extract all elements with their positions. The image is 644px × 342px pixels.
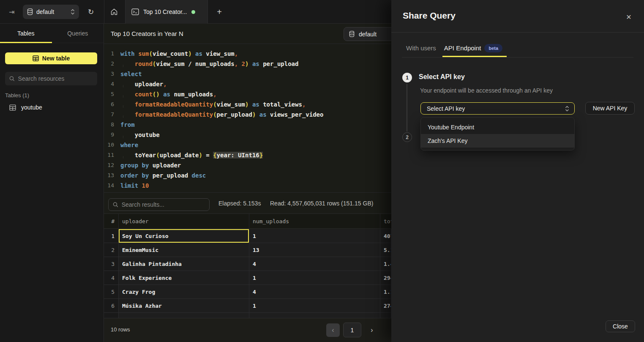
num-uploads-cell[interactable]: 1 bbox=[249, 299, 380, 313]
tables-section-label: Tables (1) bbox=[5, 92, 29, 98]
total-views-cell[interactable]: 1.1 bbox=[380, 285, 391, 299]
active-tab-underline bbox=[442, 56, 507, 57]
home-icon[interactable] bbox=[109, 7, 119, 16]
results-search-input[interactable] bbox=[122, 201, 205, 208]
panel-divider bbox=[391, 32, 644, 33]
code-line: 1with sum(view_count) as view_sum, bbox=[104, 49, 391, 59]
table-row: 4Folk Experience1294 bbox=[104, 271, 391, 285]
total-views-cell[interactable]: 294 bbox=[380, 271, 391, 285]
sidebar: Tables Queries New table Tables (1) yout… bbox=[0, 24, 104, 342]
code-line: 13order by per_upload desc bbox=[104, 170, 391, 181]
line-number: 2 bbox=[104, 59, 114, 69]
code-line: 12group by uploader bbox=[104, 160, 391, 170]
new-table-button[interactable]: New table bbox=[5, 52, 97, 64]
query-tab[interactable]: Top 10 Creator... bbox=[125, 0, 208, 24]
api-key-menu-item[interactable]: Youtube Endpoint bbox=[421, 120, 574, 134]
unsaved-changes-dot bbox=[191, 10, 195, 14]
uploader-cell[interactable]: Folk Experience bbox=[119, 271, 249, 285]
new-tab-button[interactable]: + bbox=[213, 6, 225, 18]
tab-queries[interactable]: Queries bbox=[52, 24, 104, 43]
api-key-select[interactable]: Select API key bbox=[420, 102, 575, 115]
total-views-cell[interactable]: 1.4 bbox=[380, 257, 391, 271]
column-header-num-uploads[interactable]: num_uploads bbox=[249, 214, 380, 228]
total-views-cell[interactable]: 274 bbox=[380, 299, 391, 313]
row-index-cell[interactable]: 4 bbox=[104, 271, 119, 285]
line-number: 12 bbox=[104, 160, 114, 170]
database-icon bbox=[27, 8, 33, 15]
api-key-menu-item[interactable]: Zach's API Key bbox=[421, 134, 574, 148]
column-header-index[interactable]: # bbox=[104, 214, 119, 228]
results-footer: 10 rows ‹ 1 › bbox=[104, 318, 391, 342]
step-connector-line bbox=[407, 84, 407, 131]
code-line: 4uploader, bbox=[104, 79, 391, 89]
line-number: 10 bbox=[104, 140, 114, 150]
console-icon bbox=[131, 8, 139, 15]
beta-badge: beta bbox=[484, 44, 502, 52]
updown-chevron-icon bbox=[565, 106, 569, 112]
editor-database-selector[interactable]: default bbox=[344, 27, 391, 41]
row-index-cell[interactable]: 5 bbox=[104, 285, 119, 299]
tab-with-users[interactable]: With users bbox=[406, 44, 436, 52]
row-index-cell[interactable]: 1 bbox=[104, 229, 119, 243]
code-line: 6formatReadableQuantity(view_sum) as tot… bbox=[104, 99, 391, 109]
results-grid: 1Soy Un Curioso14072EminemMusic135.13Gal… bbox=[104, 229, 391, 318]
main-content: Top 10 Creators in Year N default 1with … bbox=[104, 24, 391, 342]
row-index-cell[interactable]: 2 bbox=[104, 243, 119, 257]
num-uploads-cell[interactable]: 13 bbox=[249, 243, 380, 257]
code-line: 14limit 10 bbox=[104, 181, 391, 191]
row-index-cell[interactable]: 3 bbox=[104, 257, 119, 271]
num-uploads-cell[interactable]: 1 bbox=[249, 271, 380, 285]
num-uploads-cell[interactable]: 4 bbox=[249, 285, 380, 299]
uploader-cell[interactable]: Crazy Frog bbox=[119, 285, 249, 299]
api-key-menu: Youtube EndpointZach's API Key bbox=[420, 117, 575, 150]
line-number: 1 bbox=[104, 49, 114, 59]
tab-with-users-label: With users bbox=[406, 44, 436, 52]
uploader-cell[interactable]: Músika Azhar bbox=[119, 299, 249, 313]
table-icon bbox=[9, 104, 16, 111]
share-query-panel: Share Query ✕ With users API Endpoint be… bbox=[391, 0, 644, 342]
line-number: 6 bbox=[104, 99, 114, 109]
uploader-cell[interactable]: Galinha Pintadinha bbox=[119, 257, 249, 271]
refresh-icon[interactable]: ↻ bbox=[86, 7, 96, 16]
num-uploads-cell[interactable]: 1 bbox=[249, 229, 380, 243]
tab-api-endpoint-label: API Endpoint bbox=[444, 44, 481, 52]
sidebar-collapse-icon[interactable]: ⇥ bbox=[7, 7, 17, 17]
table-name: youtube bbox=[21, 104, 42, 111]
column-header-total-views[interactable]: tot bbox=[380, 214, 391, 228]
code-line: 8from bbox=[104, 120, 391, 130]
uploader-cell[interactable]: Soy Un Curioso bbox=[119, 229, 249, 243]
line-number: 13 bbox=[104, 170, 114, 181]
tab-api-endpoint[interactable]: API Endpoint beta bbox=[444, 44, 502, 52]
line-number: 7 bbox=[104, 109, 114, 120]
close-icon[interactable]: ✕ bbox=[624, 12, 634, 22]
query-title[interactable]: Top 10 Creators in Year N bbox=[111, 30, 183, 37]
tab-tables[interactable]: Tables bbox=[0, 24, 52, 43]
table-row: 3Galinha Pintadinha41.4 bbox=[104, 257, 391, 271]
column-header-uploader[interactable]: uploader bbox=[119, 214, 249, 228]
search-icon bbox=[9, 76, 15, 82]
close-button[interactable]: Close bbox=[606, 320, 635, 332]
line-number: 8 bbox=[104, 120, 114, 130]
pagination-prev-button[interactable]: ‹ bbox=[326, 323, 340, 337]
results-header: # uploader num_uploads tot bbox=[104, 213, 391, 229]
sql-editor[interactable]: 1with sum(view_count) as view_sum,2round… bbox=[104, 44, 391, 192]
pagination-next-button[interactable]: › bbox=[367, 323, 377, 337]
code-line: 3select bbox=[104, 69, 391, 79]
uploader-cell[interactable]: EminemMusic bbox=[119, 243, 249, 257]
editor-toolbar: Top 10 Creators in Year N default bbox=[104, 24, 391, 44]
sidebar-search-input[interactable] bbox=[18, 75, 93, 82]
num-uploads-cell[interactable]: 4 bbox=[249, 257, 380, 271]
new-api-key-button[interactable]: New API Key bbox=[585, 102, 635, 115]
line-number: 5 bbox=[104, 89, 114, 99]
sidebar-tabs: Tables Queries bbox=[0, 24, 104, 43]
pagination-page-button[interactable]: 1 bbox=[343, 323, 361, 337]
step-1-title: Select API key bbox=[419, 73, 465, 81]
total-views-cell[interactable]: 407 bbox=[380, 229, 391, 243]
elapsed-stat: Elapsed: 5.153s bbox=[218, 200, 261, 207]
topbar-divider bbox=[104, 0, 104, 24]
line-number: 4 bbox=[104, 79, 114, 89]
row-index-cell[interactable]: 6 bbox=[104, 299, 119, 313]
database-selector[interactable]: default bbox=[23, 5, 79, 19]
sidebar-item-youtube[interactable]: youtube bbox=[0, 101, 104, 113]
total-views-cell[interactable]: 5.1 bbox=[380, 243, 391, 257]
